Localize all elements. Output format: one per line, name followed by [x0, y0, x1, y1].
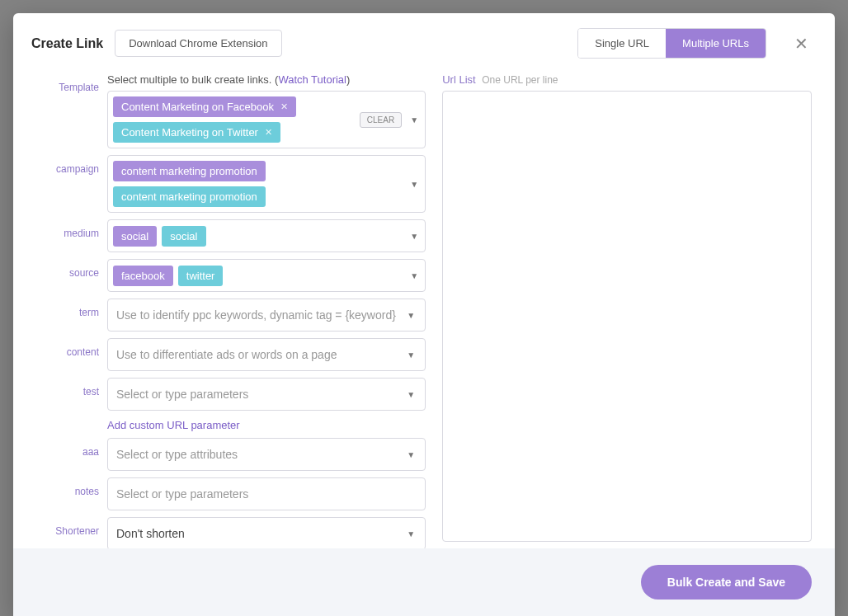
aaa-label: aaa	[38, 438, 99, 458]
remove-tag-icon[interactable]: ✕	[280, 101, 288, 112]
tag-label: Content Marketing on Twitter	[121, 126, 258, 139]
term-placeholder: Use to identify ppc keywords, dynamic ta…	[116, 308, 403, 322]
tag-label: facebook	[121, 270, 165, 282]
template-row: Template Select multiple to bulk create …	[38, 73, 426, 148]
tag: Content Marketing on Twitter✕	[113, 122, 280, 143]
tag-label: Content Marketing on Facebook	[121, 101, 274, 113]
shortener-label: Shortener	[38, 517, 99, 537]
watch-tutorial-link[interactable]: Watch Tutorial	[278, 73, 346, 86]
intro-text: Select multiple to bulk create links. (W…	[107, 73, 426, 86]
term-row: term Use to identify ppc keywords, dynam…	[38, 299, 426, 332]
campaign-row: campaign content marketing promotioncont…	[38, 155, 426, 213]
chevron-down-icon[interactable]: ▼	[407, 271, 420, 280]
tag-label: social	[170, 230, 197, 242]
test-row: test Select or type parameters ▼	[38, 378, 426, 411]
content-row: content Use to differentiate ads or word…	[38, 338, 426, 371]
tag: social	[162, 226, 205, 247]
url-list-textarea[interactable]	[442, 91, 812, 542]
template-select[interactable]: Content Marketing on Facebook✕Content Ma…	[107, 91, 426, 148]
content-label: content	[38, 338, 99, 358]
shortener-value: Don't shorten	[116, 527, 403, 540]
term-label: term	[38, 299, 99, 318]
tag: twitter	[178, 266, 224, 286]
tag: content marketing promotion	[113, 161, 266, 181]
chevron-down-icon: ▼	[403, 350, 417, 360]
tag-label: content marketing promotion	[121, 190, 257, 203]
shortener-row: Shortener Don't shorten ▼	[38, 517, 426, 548]
notes-placeholder: Select or type parameters	[116, 487, 417, 501]
test-select[interactable]: Select or type parameters ▼	[107, 378, 426, 411]
modal-title: Create Link	[31, 36, 103, 51]
single-url-toggle[interactable]: Single URL	[578, 29, 666, 58]
tag: Content Marketing on Facebook✕	[113, 96, 296, 117]
campaign-label: campaign	[38, 155, 99, 175]
term-select[interactable]: Use to identify ppc keywords, dynamic ta…	[107, 299, 426, 332]
url-list-column: Url List One URL per line	[442, 73, 812, 542]
modal-header: Create Link Download Chrome Extension Si…	[13, 13, 835, 73]
notes-select[interactable]: Select or type parameters	[107, 477, 426, 510]
source-label: source	[38, 259, 99, 279]
modal-footer: Bulk Create and Save	[13, 548, 835, 616]
tag-label: social	[121, 230, 148, 242]
test-placeholder: Select or type parameters	[116, 388, 403, 401]
url-list-header: Url List One URL per line	[442, 73, 812, 86]
tag: content marketing promotion	[113, 186, 266, 207]
tag: facebook	[113, 266, 173, 286]
tag: social	[113, 226, 157, 247]
chevron-down-icon: ▼	[403, 311, 417, 320]
campaign-select[interactable]: content marketing promotioncontent marke…	[107, 155, 426, 213]
chevron-down-icon: ▼	[403, 390, 417, 399]
url-mode-toggle: Single URL Multiple URLs	[577, 28, 766, 59]
medium-select[interactable]: socialsocial ▼	[107, 219, 426, 252]
close-icon: ✕	[794, 35, 808, 53]
chevron-down-icon: ▼	[403, 529, 417, 538]
medium-row: medium socialsocial ▼	[38, 219, 426, 252]
modal-body: Template Select multiple to bulk create …	[13, 73, 835, 548]
chevron-down-icon[interactable]: ▼	[407, 115, 420, 125]
chevron-down-icon: ▼	[403, 450, 417, 459]
download-extension-button[interactable]: Download Chrome Extension	[115, 30, 281, 57]
aaa-placeholder: Select or type attributes	[116, 448, 403, 461]
add-custom-param-link[interactable]: Add custom URL parameter	[107, 417, 426, 431]
form-column: Template Select multiple to bulk create …	[38, 73, 426, 542]
notes-row: notes Select or type parameters	[38, 477, 426, 510]
notes-label: notes	[38, 477, 99, 497]
tag-label: twitter	[186, 270, 215, 282]
content-placeholder: Use to differentiate ads or words on a p…	[116, 348, 403, 361]
remove-tag-icon[interactable]: ✕	[265, 127, 272, 138]
source-row: source facebooktwitter ▼	[38, 259, 426, 292]
chevron-down-icon[interactable]: ▼	[407, 180, 420, 189]
url-list-title: Url List	[442, 73, 475, 86]
medium-label: medium	[38, 219, 99, 239]
create-link-modal: Create Link Download Chrome Extension Si…	[13, 13, 835, 616]
aaa-row: aaa Select or type attributes ▼	[38, 438, 426, 471]
content-select[interactable]: Use to differentiate ads or words on a p…	[107, 338, 426, 371]
source-select[interactable]: facebooktwitter ▼	[107, 259, 426, 292]
url-list-subtitle: One URL per line	[482, 74, 558, 86]
template-label: Template	[38, 73, 99, 93]
clear-button[interactable]: CLEAR	[360, 112, 402, 128]
shortener-select[interactable]: Don't shorten ▼	[107, 517, 426, 548]
multiple-urls-toggle[interactable]: Multiple URLs	[666, 29, 766, 58]
add-param-row: Add custom URL parameter	[38, 417, 426, 431]
chevron-down-icon[interactable]: ▼	[407, 232, 420, 241]
bulk-create-save-button[interactable]: Bulk Create and Save	[641, 565, 812, 600]
test-label: test	[38, 378, 99, 397]
aaa-select[interactable]: Select or type attributes ▼	[107, 438, 426, 471]
close-button[interactable]: ✕	[788, 31, 815, 57]
tag-label: content marketing promotion	[121, 165, 257, 177]
